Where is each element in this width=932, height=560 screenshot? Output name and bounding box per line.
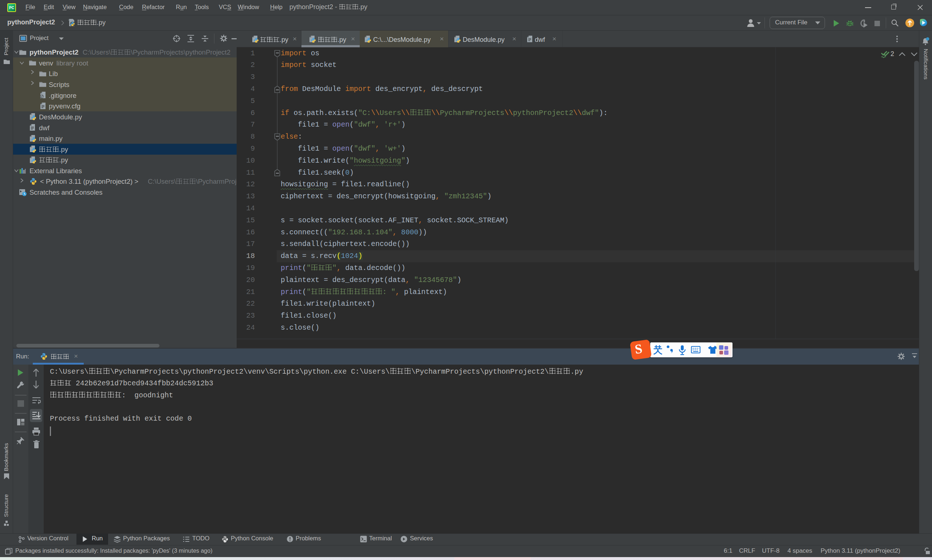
svg-text:PC: PC	[9, 6, 14, 10]
